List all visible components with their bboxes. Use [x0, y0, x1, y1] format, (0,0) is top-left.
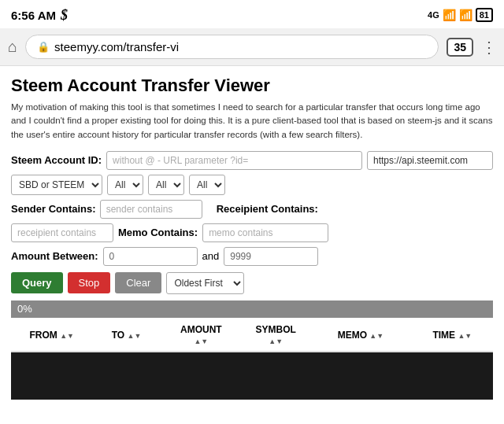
table-header: FROM ▲▼ TO ▲▼ AMOUNT ▲▼ SYMBOL ▲▼ MEMO ▲…	[11, 318, 493, 352]
amount-label: Amount Between:	[11, 250, 98, 262]
memo-label-col: MEMO	[338, 330, 370, 341]
status-left: 6:56 AM $	[11, 7, 68, 24]
amount-from-input[interactable]	[103, 247, 198, 266]
memo-input[interactable]	[202, 223, 328, 242]
action-buttons-row: Query Stop Clear Oldest First Newest Fir…	[11, 272, 493, 294]
memo-sort-icon[interactable]: ▲▼	[369, 332, 384, 340]
recipient-section: Receipient Contains:	[217, 203, 318, 215]
lock-icon: 🔒	[37, 41, 50, 53]
browser-bar: ⌂ 🔒 steemyy.com/transfer-vi 35 ⋮	[0, 28, 504, 66]
memo-label: Memo Contains:	[118, 227, 198, 238]
progress-bar: 0%	[11, 300, 493, 318]
tab-count-button[interactable]: 35	[447, 38, 473, 57]
sender-input[interactable]	[100, 200, 202, 219]
selects-row: SBD or STEEM STEEM SBD All All All	[11, 175, 493, 195]
sender-section: Sender Contains:	[11, 200, 202, 219]
account-id-row: Steem Account ID:	[11, 151, 493, 170]
symbol-label: SYMBOL	[256, 324, 296, 335]
query-button[interactable]: Query	[11, 272, 63, 293]
account-id-label: Steem Account ID:	[11, 154, 102, 166]
url-bar[interactable]: 🔒 steemyy.com/transfer-vi	[25, 35, 439, 59]
recipient-label: Receipient Contains:	[217, 203, 318, 215]
status-right: 4G 📶 📶 81	[428, 8, 493, 22]
amount-label-col: AMOUNT	[180, 324, 222, 335]
column-time: TIME ▲▼	[412, 330, 493, 341]
column-memo: MEMO ▲▼	[309, 330, 411, 341]
filter-select-3[interactable]: All	[189, 175, 225, 195]
amount-to-input[interactable]	[224, 247, 318, 266]
filter-select-1[interactable]: All	[107, 175, 143, 195]
sender-recipient-row: Sender Contains: Receipient Contains:	[11, 200, 493, 219]
memo-row: Memo Contains:	[11, 223, 493, 242]
from-label: FROM	[29, 330, 60, 341]
url-text: steemyy.com/transfer-vi	[54, 40, 179, 53]
column-amount: AMOUNT ▲▼	[161, 324, 242, 346]
api-endpoint-input[interactable]	[367, 151, 493, 170]
sender-label: Sender Contains:	[11, 203, 96, 215]
search-form: Steem Account ID: SBD or STEEM STEEM SBD…	[11, 151, 493, 294]
column-symbol: SYMBOL ▲▼	[242, 324, 309, 346]
status-bar: 6:56 AM $ 4G 📶 📶 81	[0, 0, 504, 28]
sort-select[interactable]: Oldest First Newest First	[166, 272, 244, 294]
filter-select-2[interactable]: All	[148, 175, 184, 195]
status-time: 6:56 AM	[11, 9, 56, 22]
signal-4g: 4G	[428, 10, 439, 20]
to-label: TO	[112, 330, 128, 341]
signal-bars: 📶	[443, 9, 456, 21]
column-from: FROM ▲▼	[11, 330, 92, 341]
amount-sort-icon[interactable]: ▲▼	[194, 337, 208, 345]
symbol-sort-icon[interactable]: ▲▼	[269, 337, 283, 345]
column-to: TO ▲▼	[92, 330, 160, 341]
main-content: Steem Account Transfer Viewer My motivat…	[0, 66, 504, 400]
table-body	[11, 352, 493, 400]
battery-indicator: 81	[476, 8, 493, 22]
time-sort-icon[interactable]: ▲▼	[458, 332, 472, 340]
signal-bars-2: 📶	[459, 9, 472, 21]
and-label: and	[202, 250, 220, 262]
to-sort-icon[interactable]: ▲▼	[128, 332, 142, 340]
stop-button[interactable]: Stop	[68, 272, 111, 293]
account-id-input[interactable]	[106, 151, 362, 170]
currency-select[interactable]: SBD or STEEM STEEM SBD	[11, 175, 102, 195]
recipient-input[interactable]	[11, 223, 113, 242]
amount-row: Amount Between: and	[11, 247, 493, 266]
page-title: Steem Account Transfer Viewer	[11, 76, 493, 96]
from-sort-icon[interactable]: ▲▼	[60, 332, 74, 340]
home-button[interactable]: ⌂	[8, 38, 17, 56]
page-description: My motivation of making this tool is tha…	[11, 101, 493, 142]
time-label: TIME	[432, 330, 458, 341]
clear-button[interactable]: Clear	[115, 272, 161, 293]
progress-text: 0%	[17, 303, 32, 315]
browser-menu-button[interactable]: ⋮	[481, 38, 496, 57]
steem-app-icon: $	[61, 7, 68, 24]
